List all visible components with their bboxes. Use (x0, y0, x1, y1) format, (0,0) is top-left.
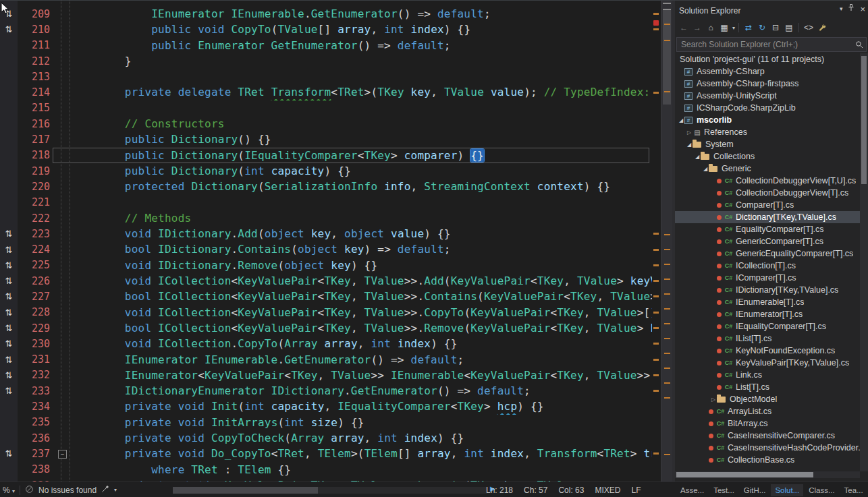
tree-vertical-scrollbar[interactable] (860, 53, 868, 471)
line-number[interactable]: 214 (18, 86, 58, 98)
line-number[interactable]: 211 (18, 39, 58, 51)
line-number[interactable]: 209 (18, 8, 58, 20)
tree-item-assembly-unityscript[interactable]: #Assembly-UnityScript (675, 90, 868, 102)
code-editor[interactable]: ⇅209 IEnumerator IEnumerable.GetEnumerat… (0, 1, 652, 481)
code-line-224[interactable]: ⇅224 bool IDictionary.Contains(object ke… (0, 241, 652, 257)
tree-item-system[interactable]: ◢System (675, 138, 868, 150)
tree-item-link-cs[interactable]: C#Link.cs (675, 369, 868, 381)
line-number[interactable]: 222 (18, 212, 58, 225)
home-icon[interactable]: ⌂ (705, 22, 717, 34)
tree-item-genericcomparer-t-cs[interactable]: C#GenericComparer[T].cs (675, 235, 868, 247)
tree-item-idictionary-tkey-tvalue-cs[interactable]: C#IDictionary[TKey,TValue].cs (675, 284, 868, 296)
code-line-237[interactable]: ⇅237 private void Do_CopyTo<TRet, TElem>… (0, 446, 652, 461)
tree-item-solution-root[interactable]: Solution 'project-gui' (11 of 11 project… (675, 53, 868, 65)
code-line-217[interactable]: 217 public Dictionary() {} (0, 131, 652, 147)
line-number[interactable]: 219 (18, 165, 58, 177)
code-line-235[interactable]: 235 private void InitArrays(int size) {} (0, 415, 652, 430)
code-line-222[interactable]: 222 // Methods (0, 210, 652, 226)
member-indicator-icon[interactable]: ⇅ (0, 258, 18, 273)
tree-item-comparer-t-cs[interactable]: C#Comparer[T].cs (675, 199, 868, 211)
code-line-228[interactable]: ⇅228 void ICollection<KeyValuePair<TKey,… (0, 305, 652, 320)
line-number[interactable]: 231 (18, 353, 58, 366)
tree-hscrollbar-thumb[interactable] (676, 472, 813, 477)
line-number[interactable]: 225 (18, 259, 58, 271)
tree-item-collections[interactable]: ◢Collections (675, 150, 868, 163)
line-number[interactable]: 232 (18, 369, 58, 381)
tree-item-collectiondebuggerview-t-u-cs[interactable]: C#CollectionDebuggerView[T,U].cs (675, 175, 868, 187)
tree-item-caseinsensitivehashcodeprovider-cs[interactable]: C#CaseInsensitiveHashCodeProvider.cs (675, 442, 868, 454)
line-number[interactable]: 223 (18, 228, 58, 240)
member-indicator-icon[interactable]: ⇅ (0, 352, 18, 368)
tree-item-assembly-csharp[interactable]: #Assembly-CSharp (675, 65, 868, 78)
chevron-collapsed-icon[interactable]: ▷ (710, 397, 717, 403)
code-line-220[interactable]: 220 protected Dictionary(SerializationIn… (0, 179, 652, 194)
line-number[interactable]: 238 (18, 463, 58, 475)
code-cleanup-icon[interactable] (101, 485, 109, 495)
tree-item-keyvaluepair-tkey-tvalue-cs[interactable]: C#KeyValuePair[TKey,TValue].cs (675, 357, 868, 369)
chevron-expanded-icon[interactable]: ◢ (694, 154, 701, 160)
code-line-229[interactable]: ⇅229 bool ICollection<KeyValuePair<TKey,… (0, 320, 652, 336)
code-line-210[interactable]: ⇅210 public void CopyTo(TValue[] array, … (0, 22, 652, 37)
line-number[interactable]: 210 (18, 24, 58, 36)
tree-item-collectiondebuggerview-t-cs[interactable]: C#CollectionDebuggerView[T].cs (675, 187, 868, 199)
line-number[interactable]: 218 (18, 149, 58, 161)
code-line-232[interactable]: ⇅232 IEnumerator<KeyValuePair<TKey, TVal… (0, 368, 652, 383)
member-indicator-icon[interactable]: ⇅ (0, 6, 18, 22)
solution-explorer-header[interactable]: Solution Explorer ▾ × (675, 1, 868, 20)
search-input[interactable] (676, 37, 867, 52)
code-line-233[interactable]: ⇅233 IDictionaryEnumerator IDictionary.G… (0, 383, 652, 399)
member-indicator-icon[interactable]: ⇅ (0, 368, 18, 383)
split-editor-handle[interactable] (663, 3, 671, 10)
tool-window-tab-class[interactable]: Class... (805, 484, 838, 496)
chevron-expanded-icon[interactable]: ◢ (686, 142, 693, 148)
tree-item-iequalitycomparer-t-cs[interactable]: C#IEqualityComparer[T].cs (675, 320, 868, 332)
editor-scrollbar[interactable] (661, 1, 672, 481)
switch-views-icon[interactable]: ▦ (718, 22, 730, 34)
code-line-227[interactable]: ⇅227 bool ICollection<KeyValuePair<TKey,… (0, 289, 652, 304)
chevron-collapsed-icon[interactable]: ▷ (686, 129, 693, 136)
close-icon[interactable]: × (860, 4, 865, 14)
code-line-215[interactable]: 215 (0, 100, 652, 116)
character-indicator[interactable]: Ch: 57 (524, 486, 547, 495)
tree-item-equalitycomparer-t-cs[interactable]: C#EqualityComparer[T].cs (675, 223, 868, 235)
tree-vscrollbar-thumb[interactable] (861, 56, 867, 184)
tree-item-keynotfoundexception-cs[interactable]: C#KeyNotFoundException.cs (675, 345, 868, 357)
code-line-216[interactable]: 216 // Constructors (0, 116, 652, 131)
health-indicator-label[interactable]: No issues found (38, 486, 97, 495)
back-icon[interactable]: ← (678, 22, 690, 34)
code-line-238[interactable]: 238 where TRet : TElem {} (0, 462, 652, 477)
show-all-files-icon[interactable]: ▤ (783, 22, 795, 34)
tree-item-list-t-cs[interactable]: C#List[T].cs (675, 381, 868, 393)
tree-item-assembly-csharp-firstpass[interactable]: #Assembly-CSharp-firstpass (675, 78, 868, 90)
line-number[interactable]: 229 (18, 322, 58, 334)
code-line-218[interactable]: 218 public Dictionary(IEqualityComparer<… (0, 148, 652, 163)
code-line-211[interactable]: 211 public Enumerator GetEnumerator() =>… (0, 38, 652, 53)
editor-hscrollbar-thumb[interactable] (173, 487, 318, 494)
code-line-212[interactable]: 212 } (0, 53, 652, 69)
member-indicator-icon[interactable]: ⇅ (0, 305, 18, 320)
member-indicator-icon[interactable]: ⇅ (0, 336, 18, 351)
line-number[interactable]: 235 (18, 416, 58, 428)
member-indicator-icon[interactable]: ⇅ (0, 273, 18, 289)
tree-item-ienumerable-t-cs[interactable]: C#IEnumerable[T].cs (675, 296, 868, 308)
line-number[interactable]: 216 (18, 118, 58, 130)
sync-with-active-document-icon[interactable]: ⇄ (742, 22, 755, 34)
code-cleanup-caret-icon[interactable]: ▾ (114, 487, 117, 493)
tree-item-icollection-t-cs[interactable]: C#ICollection[T].cs (675, 260, 868, 272)
line-number[interactable]: 226 (18, 275, 58, 287)
line-number[interactable]: 228 (18, 306, 58, 318)
code-line-221[interactable]: 221 (0, 195, 652, 210)
code-line-219[interactable]: 219 public Dictionary(int capacity) {} (0, 163, 652, 179)
health-indicator-icon[interactable] (25, 485, 34, 496)
line-number[interactable]: 227 (18, 291, 58, 303)
tree-item-caseinsensitivecomparer-cs[interactable]: C#CaseInsensitiveComparer.cs (675, 430, 868, 442)
tree-horizontal-scrollbar[interactable] (675, 471, 860, 478)
code-line-214[interactable]: 214 private delegate TRet Transform<TRet… (0, 84, 652, 100)
fold-collapse-icon[interactable]: − (58, 450, 67, 459)
tree-item-references[interactable]: ▷▤References (675, 126, 868, 138)
line-number[interactable]: 212 (18, 55, 58, 67)
tool-window-tab-solut[interactable]: Solut... (771, 484, 803, 496)
code-line-225[interactable]: ⇅225 void IDictionary.Remove(object key)… (0, 258, 652, 273)
line-number[interactable]: 220 (18, 181, 58, 193)
chevron-down-icon[interactable]: ▾ (840, 5, 843, 12)
